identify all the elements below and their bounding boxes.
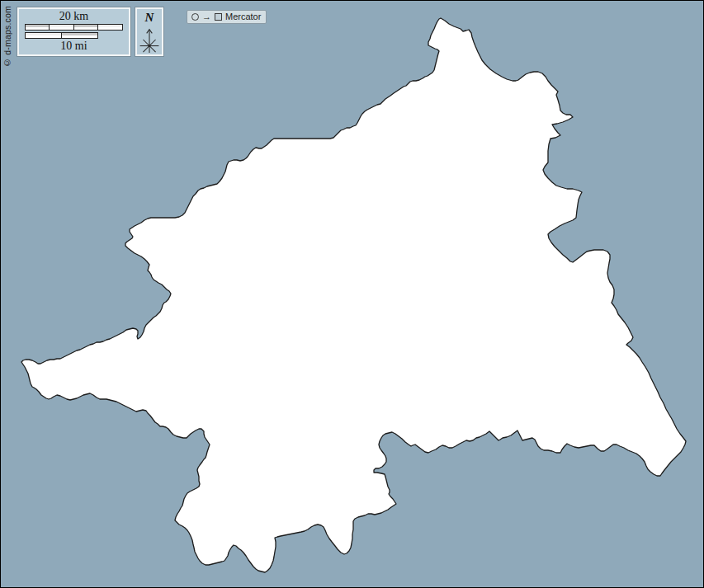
- km-scale-bar: [25, 24, 123, 31]
- arrow-right-icon: →: [202, 12, 211, 21]
- projection-label: Mercator: [225, 12, 261, 21]
- map-page: 20 km 10 mi N → Mercator © d-maps.com: [0, 0, 704, 588]
- circle-icon: [191, 13, 199, 21]
- north-compass: N: [135, 7, 163, 56]
- square-icon: [215, 13, 222, 21]
- north-label: N: [145, 10, 154, 25]
- scale-mi-label: 10 mi: [25, 40, 123, 53]
- attribution: © d-maps.com: [2, 6, 12, 68]
- mi-scale-bar: [25, 32, 98, 39]
- projection-chip: → Mercator: [187, 10, 267, 24]
- scale-bar: 20 km 10 mi: [17, 7, 130, 56]
- map-canvas: [1, 1, 704, 588]
- north-arrow-icon: [139, 25, 160, 54]
- scale-km-label: 20 km: [25, 10, 123, 23]
